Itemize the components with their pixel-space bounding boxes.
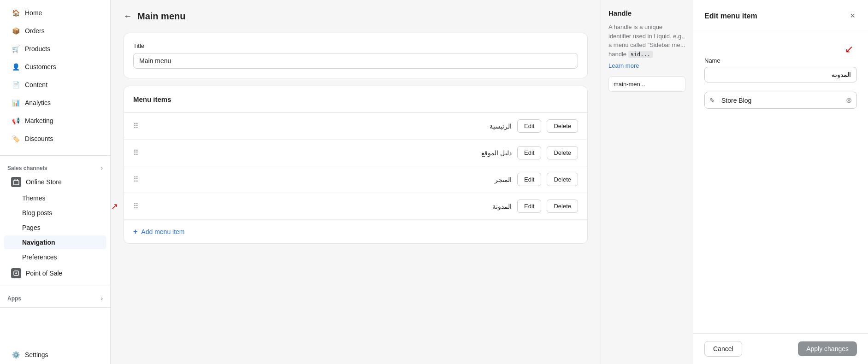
learn-more-link[interactable]: Learn more — [608, 62, 685, 69]
sidebar-item-orders[interactable]: 📦 Orders — [4, 22, 106, 40]
handle-code-inline: sid... — [628, 51, 653, 58]
edit-button-2[interactable]: Edit — [517, 146, 541, 159]
sidebar-item-home[interactable]: 🏠 Home — [4, 4, 106, 22]
sidebar-sub-pages[interactable]: Pages ↓ — [4, 221, 106, 235]
sidebar-item-customers[interactable]: 👤 Customers — [4, 58, 106, 76]
sidebar-item-marketing-label: Marketing — [25, 117, 53, 124]
discounts-icon: 🏷️ — [11, 134, 20, 143]
sidebar-sub-preferences[interactable]: Preferences — [4, 250, 106, 264]
sidebar: 🏠 Home 📦 Orders 🛒 Products 👤 Customers 📄… — [0, 0, 111, 364]
edit-panel: Edit menu item × ↙ Name ✎ ⊗ Cancel — [693, 0, 868, 364]
delete-button-4[interactable]: Delete — [547, 200, 578, 213]
sidebar-item-settings[interactable]: ⚙️ Settings — [4, 346, 106, 364]
sidebar-item-content[interactable]: 📄 Content — [4, 76, 106, 94]
menu-item-row: ⠿ المتجر Edit Delete — [124, 166, 587, 193]
edit-panel-body: ↙ Name ✎ ⊗ — [693, 32, 868, 333]
menu-item-row: ⠿ دليل الموقع Edit Delete — [124, 140, 587, 166]
sidebar-item-point-of-sale[interactable]: Point of Sale — [4, 265, 106, 282]
edit-panel-header: Edit menu item × — [693, 0, 868, 32]
apply-changes-button[interactable]: Apply changes — [798, 341, 857, 356]
edit-button-1[interactable]: Edit — [517, 119, 541, 133]
name-field-label: Name — [704, 57, 857, 64]
sidebar-sub-navigation[interactable]: Navigation — [4, 235, 106, 249]
sidebar-item-online-store[interactable]: Online Store — [4, 174, 106, 190]
sidebar-item-products[interactable]: 🛒 Products — [4, 40, 106, 58]
menu-item-row: ↗ ⠿ المدونة Edit Delete — [124, 193, 587, 220]
edit-panel-title: Edit menu item — [704, 12, 757, 20]
home-icon: 🏠 — [11, 8, 20, 18]
title-field-label: Title — [133, 42, 578, 49]
edit-link-icon: ✎ — [705, 93, 720, 108]
sidebar-item-products-label: Products — [25, 45, 50, 53]
blog-posts-label: Blog posts — [22, 209, 52, 217]
sidebar-item-discounts-label: Discounts — [25, 135, 53, 142]
name-input[interactable] — [704, 67, 857, 82]
delete-button-2[interactable]: Delete — [547, 146, 578, 159]
content-icon: 📄 — [11, 80, 20, 89]
page-title: Main menu — [137, 11, 185, 22]
pos-label: Point of Sale — [26, 270, 62, 277]
menu-item-name-1: الرئيسية — [146, 123, 512, 130]
title-card: Title — [124, 33, 588, 78]
title-input[interactable] — [133, 53, 578, 69]
edit-button-4[interactable]: Edit — [517, 200, 541, 213]
edit-button-3[interactable]: Edit — [517, 173, 541, 186]
navigation-label: Navigation — [22, 239, 55, 246]
sidebar-sub-themes[interactable]: Themes — [4, 191, 106, 205]
delete-button-3[interactable]: Delete — [547, 173, 578, 186]
sidebar-item-content-label: Content — [25, 81, 47, 88]
handle-description: A handle is a unique identifier used in … — [608, 23, 685, 59]
sales-channels-section: Sales channels › — [0, 159, 110, 173]
sidebar-divider-2 — [0, 286, 110, 286]
handle-panel: Handle A handle is a unique identifier u… — [601, 0, 693, 364]
menu-item-name-3: المتجر — [146, 176, 512, 183]
menu-items-card: Menu items ⠿ الرئيسية Edit Delete ⠿ دليل… — [124, 86, 588, 244]
themes-label: Themes — [22, 194, 46, 202]
menu-items-heading: Menu items — [124, 86, 587, 113]
sidebar-item-orders-label: Orders — [25, 27, 45, 35]
analytics-icon: 📊 — [11, 98, 20, 107]
sidebar-item-customers-label: Customers — [25, 63, 56, 70]
delete-button-1[interactable]: Delete — [547, 119, 578, 133]
sidebar-sub-blog-posts[interactable]: Blog posts — [4, 206, 106, 220]
sales-channels-label: Sales channels — [7, 165, 47, 171]
drag-handle-2[interactable]: ⠿ — [133, 148, 139, 157]
cancel-button[interactable]: Cancel — [704, 341, 742, 357]
orders-icon: 📦 — [11, 26, 20, 35]
sidebar-item-analytics-label: Analytics — [25, 99, 51, 106]
sales-channels-chevron: › — [101, 165, 103, 171]
link-input[interactable] — [720, 93, 841, 108]
sidebar-item-analytics[interactable]: 📊 Analytics — [4, 94, 106, 112]
online-store-icon — [11, 177, 21, 187]
add-menu-item-label: Add menu item — [141, 228, 184, 235]
sidebar-divider-1 — [0, 155, 110, 156]
drag-handle-4[interactable]: ⠿ — [133, 202, 139, 211]
drag-handle-1[interactable]: ⠿ — [133, 122, 139, 130]
customers-icon: 👤 — [11, 62, 20, 71]
apps-chevron: › — [101, 295, 103, 302]
menu-item-name-4: المدونة — [146, 203, 512, 210]
link-input-wrapper: ✎ ⊗ — [704, 92, 857, 109]
settings-icon: ⚙️ — [11, 350, 20, 359]
plus-icon: + — [133, 228, 137, 236]
back-button[interactable]: ← — [124, 12, 132, 21]
content-area: ← Main menu Title Menu items ⠿ الرئيسية … — [111, 0, 868, 364]
handle-panel-title: Handle — [608, 9, 685, 17]
menu-item-name-2: دليل الموقع — [146, 149, 512, 157]
sidebar-item-discounts[interactable]: 🏷️ Discounts — [4, 130, 106, 147]
add-menu-item-row[interactable]: + Add menu item — [124, 220, 587, 243]
red-arrow-name: ↙ — [845, 43, 853, 55]
menu-item-row: ⠿ الرئيسية Edit Delete — [124, 113, 587, 140]
clear-link-button[interactable]: ⊗ — [841, 92, 856, 108]
sidebar-item-marketing[interactable]: 📢 Marketing — [4, 112, 106, 129]
preferences-label: Preferences — [22, 253, 57, 261]
red-arrow-blog: ↗ — [111, 201, 118, 211]
name-field-group: Name — [704, 57, 857, 82]
sidebar-divider-3 — [0, 307, 110, 308]
close-edit-panel-button[interactable]: × — [848, 9, 857, 23]
sidebar-item-home-label: Home — [25, 9, 42, 17]
link-field-group: ✎ ⊗ — [704, 92, 857, 109]
handle-value: main-men... — [608, 76, 685, 92]
drag-handle-3[interactable]: ⠿ — [133, 175, 139, 184]
online-store-label: Online Store — [26, 178, 62, 186]
